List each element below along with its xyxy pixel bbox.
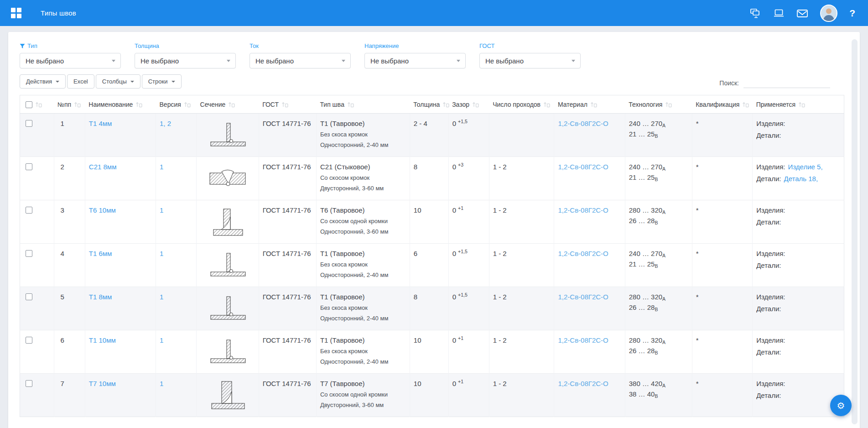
- search-input[interactable]: [743, 78, 830, 88]
- cell-version: 1: [156, 374, 197, 417]
- row-select-checkbox[interactable]: [26, 120, 32, 127]
- chevron-down-icon: [130, 81, 134, 83]
- product-link[interactable]: Изделие 5,: [788, 163, 822, 171]
- cell-passes: [489, 114, 554, 157]
- sort-icon[interactable]: [472, 101, 479, 108]
- screens-icon[interactable]: [750, 8, 761, 18]
- column-label: Квалификация: [696, 101, 739, 108]
- cell-apply: Изделия:Детали:: [753, 330, 844, 374]
- cell-section: [197, 157, 259, 200]
- sort-icon[interactable]: [347, 101, 354, 108]
- avatar[interactable]: [820, 5, 837, 22]
- column-label: Технология: [629, 101, 662, 108]
- sort-icon[interactable]: [798, 101, 805, 108]
- material-link[interactable]: 1,2-Св-08Г2С-О: [558, 163, 608, 171]
- cell-passes: 1 - 2: [489, 287, 554, 330]
- filter-label: ГОСТ: [479, 42, 581, 50]
- sort-icon[interactable]: [184, 101, 191, 108]
- cell-section: [197, 330, 259, 374]
- version-link[interactable]: 1: [160, 206, 163, 214]
- material-link[interactable]: 1,2-Св-08Г2С-О: [558, 120, 608, 127]
- column-label: Версия: [160, 101, 181, 108]
- seam-name-link[interactable]: Т1 6мм: [89, 250, 112, 257]
- cell-select: [20, 330, 54, 374]
- table-row: 4Т1 6мм1ГОСТ 14771-76Т1 (Тавровое)Без ск…: [20, 244, 844, 287]
- cell-type: Т1 (Тавровое)Без скоса кромокОдносторонн…: [316, 114, 410, 157]
- sort-icon[interactable]: [442, 101, 449, 108]
- version-link[interactable]: 1: [160, 380, 163, 387]
- sort-icon[interactable]: [590, 101, 597, 108]
- chevron-down-icon: [227, 60, 230, 62]
- cell-qual: *: [692, 330, 752, 374]
- column-label: Материал: [558, 101, 587, 108]
- sort-icon[interactable]: [135, 101, 142, 108]
- detail-link[interactable]: Деталь 18,: [784, 175, 818, 183]
- sort-icon[interactable]: [74, 101, 81, 108]
- cell-version: 1: [156, 200, 197, 244]
- seam-name-link[interactable]: Т6 10мм: [89, 206, 116, 214]
- toolbar-button-столбцы[interactable]: Столбцы: [96, 74, 140, 89]
- cell-qual: *: [692, 157, 752, 200]
- row-select-checkbox[interactable]: [26, 337, 32, 344]
- seam-name-link[interactable]: Т7 10мм: [89, 380, 116, 387]
- version-link[interactable]: 1: [160, 293, 163, 301]
- row-select-checkbox[interactable]: [26, 163, 32, 170]
- toolbar-button-строки[interactable]: Строки: [142, 74, 182, 89]
- material-link[interactable]: 1,2-Св-08Г2С-О: [558, 250, 608, 257]
- filter-select-1[interactable]: Не выбрано: [135, 53, 236, 68]
- seam-name-link[interactable]: Т1 8мм: [89, 293, 112, 301]
- cell-tech: 280 … 320А26 … 28В: [625, 287, 692, 330]
- app-menu-grid-icon[interactable]: [11, 8, 21, 18]
- material-link[interactable]: 1,2-Св-08Г2С-О: [558, 380, 608, 387]
- row-select-checkbox[interactable]: [26, 380, 32, 387]
- sort-icon[interactable]: [35, 101, 42, 108]
- seam-name-link[interactable]: С21 8мм: [89, 163, 117, 171]
- sort-icon[interactable]: [665, 101, 672, 108]
- row-select-checkbox[interactable]: [26, 250, 32, 257]
- vertical-scrollbar[interactable]: [852, 39, 858, 424]
- version-link[interactable]: 1: [160, 250, 163, 257]
- version-link[interactable]: 1: [160, 163, 163, 171]
- cell-qual: *: [692, 200, 752, 244]
- report-table-wrap: №ппНаименованиеВерсияСечениеГОСТТип шваТ…: [20, 95, 848, 417]
- sort-icon[interactable]: [281, 101, 288, 108]
- cell-tech: 380 … 420А38 … 40В: [625, 374, 692, 417]
- sort-icon[interactable]: [543, 101, 550, 108]
- material-link[interactable]: 1,2-Св-08Г2С-О: [558, 336, 608, 344]
- version-link[interactable]: 1: [160, 336, 163, 344]
- section-diagram-tee-bevel: [200, 206, 255, 236]
- row-select-checkbox[interactable]: [26, 207, 32, 214]
- toolbar-button-excel[interactable]: Excel: [67, 74, 94, 89]
- select-all-checkbox[interactable]: [26, 101, 32, 108]
- filter-select-0[interactable]: Не выбрано: [20, 53, 121, 68]
- cell-apply: Изделия:Детали:: [753, 244, 844, 287]
- sort-icon[interactable]: [228, 101, 235, 108]
- seam-name-link[interactable]: Т1 10мм: [89, 336, 116, 344]
- toolbar-button-действия[interactable]: Действия: [20, 74, 66, 89]
- material-link[interactable]: 1,2-Св-08Г2С-О: [558, 293, 608, 301]
- column-header-gost: ГОСТ: [259, 95, 316, 114]
- cell-num: 5: [54, 287, 85, 330]
- filter-гост: ГОСТНе выбрано: [479, 42, 581, 68]
- row-select-checkbox[interactable]: [26, 293, 32, 300]
- section-diagram-tee-plain: [200, 336, 255, 366]
- laptop-icon[interactable]: [773, 8, 785, 18]
- help-glyph: ?: [849, 8, 855, 19]
- cell-num: 6: [54, 330, 85, 374]
- filter-напряжение: НапряжениеНе выбрано: [364, 42, 466, 68]
- cell-select: [20, 200, 54, 244]
- filter-select-2[interactable]: Не выбрано: [249, 53, 351, 68]
- settings-fab[interactable]: ⚙: [830, 395, 852, 416]
- cell-thickness: 8: [410, 157, 448, 200]
- version-link[interactable]: 1, 2: [160, 120, 171, 127]
- help-icon[interactable]: ?: [849, 8, 855, 19]
- search-region: Поиск:: [719, 78, 830, 89]
- material-link[interactable]: 1,2-Св-08Г2С-О: [558, 206, 608, 214]
- mail-icon[interactable]: [796, 9, 808, 18]
- sort-icon[interactable]: [742, 101, 749, 108]
- seam-name-link[interactable]: Т1 4мм: [89, 120, 112, 127]
- page-title: Типы швов: [41, 9, 76, 17]
- filter-select-4[interactable]: Не выбрано: [479, 53, 581, 68]
- filter-select-3[interactable]: Не выбрано: [364, 53, 466, 68]
- cell-gap: 0+3: [448, 157, 489, 200]
